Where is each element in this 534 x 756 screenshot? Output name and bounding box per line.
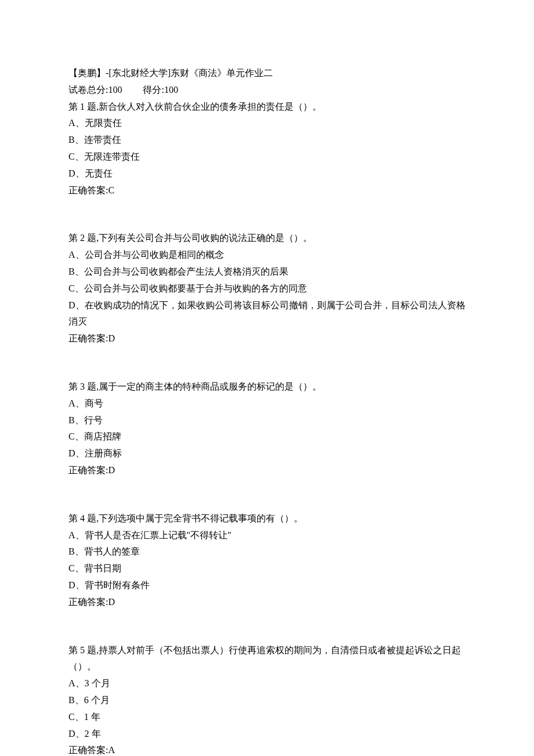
score-obtained-value: 100	[164, 85, 178, 95]
question-answer: 正确答案:A	[68, 742, 466, 756]
answer-label: 正确答案:	[68, 745, 108, 755]
question-block: 第 1 题,新合伙人对入伙前合伙企业的债务承担的责任是（）。 A、无限责任 B、…	[68, 99, 466, 199]
question-option: C、无限连带责任	[68, 149, 466, 165]
question-option: D、背书时附有条件	[68, 577, 466, 594]
question-option: B、行号	[68, 412, 466, 429]
question-prompt: 第 2 题,下列有关公司合并与公司收购的说法正确的是（）。	[68, 230, 466, 247]
question-option: D、2 年	[68, 726, 466, 743]
question-option: A、无限责任	[68, 115, 466, 132]
question-option: C、1 年	[68, 709, 466, 726]
answer-value: C	[108, 185, 114, 195]
score-total-label: 试卷总分:	[68, 85, 108, 95]
question-prompt: 第 1 题,新合伙人对入伙前合伙企业的债务承担的责任是（）。	[68, 99, 466, 116]
question-option: D、在收购成功的情况下，如果收购公司将该目标公司撤销，则属于公司合并，目标公司法…	[68, 297, 466, 331]
answer-value: A	[108, 745, 115, 755]
answer-label: 正确答案:	[68, 597, 108, 607]
document-title: 【奥鹏】-[东北财经大学]东财《商法》单元作业二	[68, 65, 466, 82]
question-prompt: 第 3 题,属于一定的商主体的特种商品或服务的标记的是（）。	[68, 379, 466, 395]
question-option: C、商店招牌	[68, 429, 466, 445]
question-answer: 正确答案:D	[68, 594, 466, 611]
question-option: A、3 个月	[68, 675, 466, 692]
question-option: C、背书日期	[68, 560, 466, 577]
question-option: D、注册商标	[68, 445, 466, 462]
answer-label: 正确答案:	[68, 333, 108, 343]
question-option: A、公司合并与公司收购是相同的概念	[68, 247, 466, 264]
question-option: B、连带责任	[68, 132, 466, 149]
question-option: A、商号	[68, 395, 466, 412]
question-block: 第 4 题,下列选项中属于完全背书不得记载事项的有（）。 A、背书人是否在汇票上…	[68, 510, 466, 611]
question-option: B、公司合并与公司收购都会产生法人资格消灭的后果	[68, 264, 466, 280]
question-block: 第 5 题,持票人对前手（不包括出票人）行使再追索权的期间为，自清偿日或者被提起…	[68, 642, 466, 756]
question-option: B、背书人的签章	[68, 543, 466, 560]
question-option: C、公司合并与公司收购都要基于合并与收购的各方的同意	[68, 280, 466, 297]
question-answer: 正确答案:D	[68, 330, 466, 347]
answer-label: 正确答案:	[68, 185, 108, 195]
answer-value: D	[108, 333, 115, 343]
question-option: A、背书人是否在汇票上记载"不得转让"	[68, 527, 466, 544]
question-prompt: 第 4 题,下列选项中属于完全背书不得记载事项的有（）。	[68, 510, 466, 527]
question-prompt: 第 5 题,持票人对前手（不包括出票人）行使再追索权的期间为，自清偿日或者被提起…	[68, 642, 466, 676]
score-line: 试卷总分:100得分:100	[68, 82, 466, 99]
score-total-value: 100	[108, 85, 122, 95]
score-obtained-label: 得分:	[143, 85, 164, 95]
document-page: 【奥鹏】-[东北财经大学]东财《商法》单元作业二 试卷总分:100得分:100 …	[0, 0, 534, 756]
question-answer: 正确答案:C	[68, 182, 466, 199]
answer-label: 正确答案:	[68, 465, 108, 475]
question-option: B、6 个月	[68, 692, 466, 709]
answer-value: D	[108, 465, 115, 475]
question-option: D、无责任	[68, 165, 466, 182]
question-answer: 正确答案:D	[68, 462, 466, 479]
answer-value: D	[108, 597, 115, 607]
question-block: 第 3 题,属于一定的商主体的特种商品或服务的标记的是（）。 A、商号 B、行号…	[68, 379, 466, 479]
question-block: 第 2 题,下列有关公司合并与公司收购的说法正确的是（）。 A、公司合并与公司收…	[68, 230, 466, 347]
